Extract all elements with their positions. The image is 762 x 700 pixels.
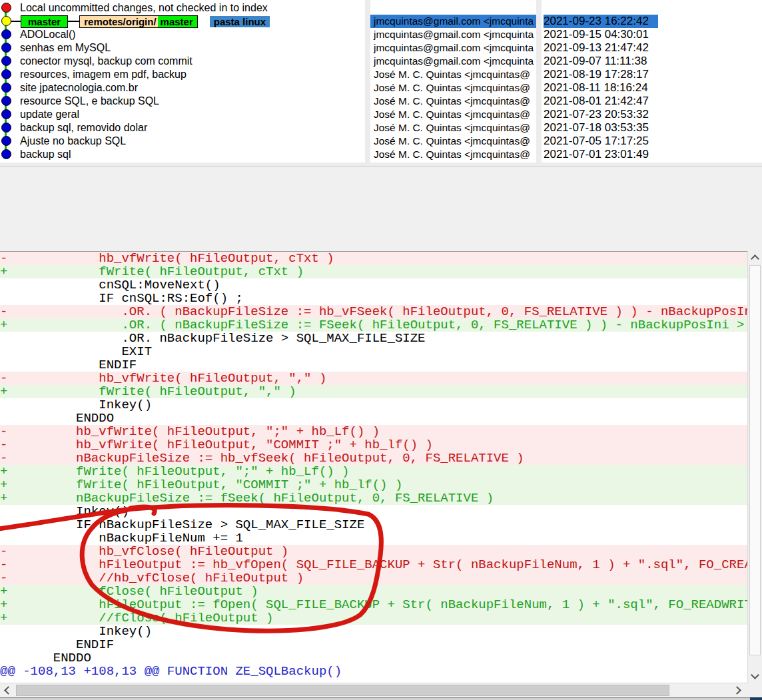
commit-subject: backup sql, removido dolar xyxy=(20,122,147,133)
commit-date-cell[interactable] xyxy=(542,1,762,15)
column-sash[interactable] xyxy=(536,0,542,163)
diff-view[interactable]: - hb_vfWrite( hFileOutput, cTxt )+ fWrit… xyxy=(0,251,747,683)
commit-dot-red xyxy=(1,3,11,13)
remote-branch-name: master xyxy=(158,16,197,27)
scroll-down-icon[interactable] xyxy=(751,671,759,679)
commit-author-cell[interactable]: jmcquintas@gmail.com <jmcquinta xyxy=(370,15,536,28)
commit-subject: Local uncommitted changes, not checked i… xyxy=(20,2,268,13)
diff-line-ctx: Inkey() xyxy=(0,625,747,638)
diff-line-add: + .OR. ( nBackupFileSize := FSeek( hFile… xyxy=(0,318,747,332)
commit-dot-blue xyxy=(1,123,11,133)
diff-line-ctx: ENDIF xyxy=(0,358,747,372)
commit-author-cell[interactable]: José M. C. Quintas <jmcquintas@ xyxy=(370,148,536,161)
commit-subject: backup sql xyxy=(20,149,71,160)
diff-horizontal-scrollbar[interactable] xyxy=(0,683,747,697)
commit-author-cell[interactable] xyxy=(370,1,536,15)
commit-author-cell[interactable]: José M. C. Quintas <jmcquintas@ xyxy=(370,135,536,148)
commit-row[interactable]: update geral xyxy=(0,108,365,121)
diff-line-del: - .OR. ( nBackupFileSize := hb_vFSeek( h… xyxy=(0,305,747,318)
graph-connector-line xyxy=(68,21,79,22)
commit-row[interactable]: backup sql, removido dolar xyxy=(0,121,365,135)
commit-author-column: jmcquintas@gmail.com <jmcquintajmcquinta… xyxy=(370,0,536,163)
diff-vertical-scrollbar[interactable] xyxy=(747,251,762,683)
commit-row[interactable]: backup sql xyxy=(0,148,365,161)
commit-row[interactable]: resources, imagem em pdf, backup xyxy=(0,68,365,81)
diff-line-ctx: ENDDO xyxy=(0,412,747,425)
commit-date-cell[interactable]: 2021-09-07 11:11:38 xyxy=(542,55,762,68)
diff-line-add: + fClose( hFileOutput ) xyxy=(0,585,747,598)
diff-line-add: + fWrite( hFileOutput, cTxt ) xyxy=(0,265,747,278)
diff-line-del: - nBackupFileSize := hb_vfSeek( hFileOut… xyxy=(0,452,747,465)
commit-dot-blue xyxy=(1,96,11,106)
scrollbar-corner xyxy=(747,683,762,697)
commit-date-cell[interactable]: 2021-08-19 17:28:17 xyxy=(542,68,762,81)
diff-line-del: - hFileOutput := hb_vfOpen( SQL_FILE_BAC… xyxy=(0,558,747,571)
commit-list-panel: Local uncommitted changes, not checked i… xyxy=(0,0,762,163)
diff-line-del: - hb_vfWrite( hFileOutput, ";" + hb_Lf()… xyxy=(0,425,747,438)
scroll-up-icon[interactable] xyxy=(751,254,759,263)
commit-dot-blue xyxy=(1,83,11,93)
graph-connector-line xyxy=(11,21,21,22)
scroll-right-icon[interactable] xyxy=(733,686,741,695)
commit-author-cell[interactable]: jmcquintas@gmail.com <jmcquinta xyxy=(370,41,536,55)
diff-line-ctx: ENDDO xyxy=(0,651,747,665)
commit-row[interactable]: masterremotes/origin/masterpasta linux xyxy=(0,15,365,28)
diff-line-del: - hb_vfWrite( hFileOutput, "COMMIT ;" + … xyxy=(0,438,747,452)
commit-date-cell[interactable]: 2021-09-13 21:47:42 xyxy=(542,41,762,55)
commit-subject: resources, imagem em pdf, backup xyxy=(20,69,187,80)
commit-date-column: 2021-09-23 16:22:422021-09-15 04:30:0120… xyxy=(542,0,762,163)
scroll-left-icon[interactable] xyxy=(4,686,13,695)
commit-author-cell[interactable]: José M. C. Quintas <jmcquintas@ xyxy=(370,68,536,81)
diff-line-add: + fWrite( hFileOutput, "," ) xyxy=(0,385,747,398)
commit-subject: site jpatecnologia.com.br xyxy=(20,82,138,93)
remote-prefix: remotes/origin/ xyxy=(80,16,157,27)
commit-row[interactable]: Local uncommitted changes, not checked i… xyxy=(0,1,365,15)
diff-line-add: + nBackupFileSize := fSeek( hFileOutput,… xyxy=(0,492,747,505)
diff-line-ctx: Inkey() xyxy=(0,398,747,412)
diff-line-ctx: nBackupFileNum += 1 xyxy=(0,531,747,545)
commit-row[interactable]: senhas em MySQL xyxy=(0,41,365,55)
commit-row[interactable]: site jpatecnologia.com.br xyxy=(0,81,365,95)
commit-author-cell[interactable]: José M. C. Quintas <jmcquintas@ xyxy=(370,108,536,121)
commit-date-cell[interactable]: 2021-08-11 18:16:24 xyxy=(542,81,762,95)
vertical-scrollbar-thumb[interactable] xyxy=(749,265,761,655)
commit-date-cell[interactable]: 2021-07-01 23:01:49 xyxy=(542,148,762,161)
diff-line-ctx: Inkey() xyxy=(0,505,747,518)
commit-date-cell[interactable]: 2021-09-23 16:22:42 xyxy=(542,15,762,28)
horizontal-scrollbar-thumb[interactable] xyxy=(16,685,669,696)
commit-author-cell[interactable]: José M. C. Quintas <jmcquintas@ xyxy=(370,81,536,95)
column-sash[interactable] xyxy=(365,0,370,163)
commit-author-cell[interactable]: José M. C. Quintas <jmcquintas@ xyxy=(370,95,536,108)
commit-graph-column: Local uncommitted changes, not checked i… xyxy=(0,0,365,163)
commit-row[interactable]: Ajuste no backup SQL xyxy=(0,135,365,148)
commit-row[interactable]: conector mysql, backup com commit xyxy=(0,55,365,68)
commit-date-cell[interactable]: 2021-08-01 21:42:47 xyxy=(542,95,762,108)
gitk-window: Local uncommitted changes, not checked i… xyxy=(0,0,762,700)
commit-author-cell[interactable]: jmcquintas@gmail.com <jmcquinta xyxy=(370,55,536,68)
diff-line-add: + fWrite( hFileOutput, "COMMIT ;" + hb_l… xyxy=(0,478,747,492)
remote-branch-label[interactable]: remotes/origin/master xyxy=(79,15,198,28)
diff-line-ctx: EXIT xyxy=(0,345,747,358)
diff-line-ctx: cnSQL:MoveNext() xyxy=(0,278,747,292)
branch-label-master[interactable]: master xyxy=(21,15,68,28)
toolbar: SHA1 ID: ← → Row 2 / 48 Find ↓ ↑ commit … xyxy=(0,167,762,251)
diff-line-add: + hFileOutput := fOpen( SQL_FILE_BACKUP … xyxy=(0,598,747,611)
diff-line-del: - hb_vfWrite( hFileOutput, "," ) xyxy=(0,372,747,385)
diff-line-ctx: IF nBackupFileSize > SQL_MAX_FILE_SIZE xyxy=(0,518,747,531)
commit-date-cell[interactable]: 2021-07-23 20:53:32 xyxy=(542,108,762,121)
commit-dot-blue xyxy=(1,136,11,146)
commit-dot-yellow xyxy=(1,16,11,26)
commit-author-cell[interactable]: José M. C. Quintas <jmcquintas@ xyxy=(370,121,536,135)
commit-dot-blue xyxy=(1,69,11,79)
commit-date-cell[interactable]: 2021-07-05 17:17:25 xyxy=(542,135,762,148)
selected-date-highlight: 2021-09-23 16:22:42 xyxy=(544,15,658,28)
commit-date-cell[interactable]: 2021-07-18 03:53:35 xyxy=(542,121,762,135)
commit-row[interactable]: ADOLocal() xyxy=(0,28,365,41)
ref-label-other[interactable]: pasta linux xyxy=(210,16,270,27)
commit-row[interactable]: resource SQL, e backup SQL xyxy=(0,95,365,108)
commit-author-cell[interactable]: jmcquintas@gmail.com <jmcquinta xyxy=(370,28,536,41)
window-bottom-edge xyxy=(0,697,762,700)
commit-subject: conector mysql, backup com commit xyxy=(20,55,192,67)
commit-subject: senhas em MySQL xyxy=(20,42,111,53)
commit-date-cell[interactable]: 2021-09-15 04:30:01 xyxy=(542,28,762,41)
